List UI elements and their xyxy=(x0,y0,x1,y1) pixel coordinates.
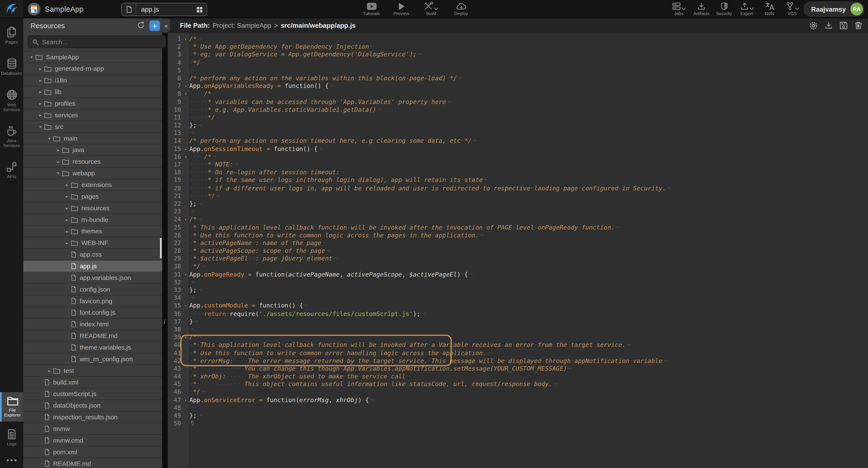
code-line-38[interactable]: 38¬ xyxy=(168,326,868,334)
tree-item-index.html[interactable]: index.html xyxy=(23,319,162,330)
fold-icon[interactable]: ▾ xyxy=(182,334,189,342)
caret-icon[interactable]: ▸ xyxy=(63,205,71,210)
tree-item-webapp[interactable]: ▾webapp xyxy=(23,168,162,179)
sidebar-item-apis[interactable]: APIs xyxy=(0,158,23,183)
code-line-19[interactable]: 19·····*·if·the·same·user·logs·in(throug… xyxy=(168,177,868,185)
topbar-build-button[interactable]: Build xyxy=(422,2,440,16)
tree-item-lib[interactable]: ▸lib xyxy=(23,87,162,98)
caret-icon[interactable]: ▸ xyxy=(63,182,71,188)
code-line-2[interactable]: 2·*·Use·App.getDependency·for·Dependency… xyxy=(168,43,868,51)
tree-item-app.css[interactable]: app.css xyxy=(23,249,162,261)
fold-icon[interactable]: ▾ xyxy=(182,396,189,404)
code-line-28[interactable]: 28·*·activePageScope:·scope·of·the·page¬ xyxy=(168,247,868,255)
tree-item-build.xml[interactable]: build.xml xyxy=(23,377,162,389)
fold-icon[interactable]: ▾ xyxy=(182,145,189,153)
code-line-37[interactable]: i37}¬ xyxy=(168,318,868,326)
code-line-12[interactable]: 12};¬ xyxy=(168,122,868,130)
code-line-13[interactable]: 13¬ xyxy=(168,130,868,137)
code-line-44[interactable]: 44·*·xhrObj:······The·xhrObject·used·to·… xyxy=(168,373,868,381)
caret-icon[interactable]: ▸ xyxy=(36,113,44,118)
caret-icon[interactable]: ▸ xyxy=(54,147,62,153)
tree-item-themes[interactable]: ▸themes xyxy=(23,226,162,237)
sidebar-item-pages[interactable]: Pages xyxy=(0,22,23,48)
code-line-48[interactable]: 48¬ xyxy=(168,404,868,412)
caret-icon[interactable]: ▸ xyxy=(54,159,62,164)
panel-collapse-button[interactable]: « xyxy=(162,19,170,32)
tree-item-src[interactable]: ▾src xyxy=(23,121,162,133)
code-editor[interactable]: 1▾/*¬2·*·Use·App.getDependency·for·Depen… xyxy=(162,33,868,468)
topbar-i18n-button[interactable]: I18N xyxy=(761,2,778,16)
tree-item-app.variables.json[interactable]: app.variables.json xyxy=(23,272,162,284)
open-file-tab[interactable]: app.js xyxy=(121,3,207,16)
code-line-40[interactable]: 40·*·This·application·level·callback·fun… xyxy=(168,342,868,349)
code-line-30[interactable]: 30·*/¬ xyxy=(168,263,868,271)
caret-icon[interactable]: ▸ xyxy=(63,194,71,199)
tree-item-mvnw[interactable]: mvnw xyxy=(23,423,162,435)
caret-icon[interactable]: ▸ xyxy=(45,368,53,373)
caret-icon[interactable]: ▾ xyxy=(45,136,53,141)
code-line-14[interactable]: 14/*·perform·any·action·on·session·timeo… xyxy=(168,137,868,145)
code-line-10[interactable]: 10·····*·e.g.·App.Variables.staticVariab… xyxy=(168,106,868,114)
sidebar-item-web-services[interactable]: Web Services xyxy=(0,85,23,116)
caret-icon[interactable]: ▸ xyxy=(36,78,44,83)
code-line-45[interactable]: 45·*·············This·object·contains·us… xyxy=(168,381,868,389)
fold-icon[interactable]: ▾ xyxy=(182,82,189,91)
caret-icon[interactable]: ▾ xyxy=(54,171,62,176)
code-line-24[interactable]: 24▾/*¬ xyxy=(168,216,868,224)
caret-icon[interactable]: ▾ xyxy=(36,124,44,129)
tree-item-rn-bundle[interactable]: ▸rn-bundle xyxy=(23,214,162,226)
tree-item-extensions[interactable]: ▸extensions xyxy=(23,179,162,191)
code-line-16[interactable]: 16▾····/*¬ xyxy=(168,153,868,161)
code-line-22[interactable]: 22};¬ xyxy=(168,200,868,208)
caret-icon[interactable]: ▸ xyxy=(36,89,44,95)
code-line-39[interactable]: 39▾/*¬ xyxy=(168,334,868,342)
code-line-47[interactable]: 47▾App.onServiceError·=·function(errorMs… xyxy=(168,396,868,404)
code-line-32[interactable]: 32¬ xyxy=(168,279,868,287)
code-line-31[interactable]: 31▾App.onPageReady·=·function(activePage… xyxy=(168,271,868,279)
code-line-46[interactable]: 46·*/¬ xyxy=(168,389,868,396)
fold-icon[interactable]: ▾ xyxy=(182,302,189,310)
tree-item-SampleApp[interactable]: ▾SampleApp xyxy=(23,52,162,63)
code-line-17[interactable]: 17·····*·NOTE:¬ xyxy=(168,161,868,169)
tree-item-mvnw.cmd[interactable]: mvnw.cmd xyxy=(23,435,162,446)
tree-item-generated-rn-app[interactable]: ▸generated-rn-app xyxy=(23,63,162,75)
code-line-20[interactable]: 20·····*·if·a·different·user·logs·in,·ap… xyxy=(168,185,868,192)
tree-item-inspection_results.json[interactable]: inspection_results.json xyxy=(23,412,162,423)
save-file-button[interactable] xyxy=(839,21,848,30)
code-line-25[interactable]: 25·*·This·application·level·callback·fun… xyxy=(168,224,868,232)
tree-item-customScript.js[interactable]: customScript.js xyxy=(23,389,162,400)
tree-item-config.json[interactable]: config.json xyxy=(23,284,162,295)
tree-item-app.js[interactable]: app.js xyxy=(23,261,162,272)
topbar-jobs-button[interactable]: Jobs xyxy=(670,2,688,16)
delete-file-button[interactable] xyxy=(854,21,863,30)
sidebar-item-databases[interactable]: Databases xyxy=(0,54,23,79)
tree-item-font.config.js[interactable]: font.config.js xyxy=(23,307,162,319)
tree-item-profiles[interactable]: ▸profiles xyxy=(23,98,162,109)
tree-item-resources[interactable]: ▸resources xyxy=(23,202,162,214)
code-line-26[interactable]: 26·*·Use·this·function·to·write·common·l… xyxy=(168,232,868,239)
caret-icon[interactable]: ▸ xyxy=(63,217,71,222)
caret-icon[interactable]: ▸ xyxy=(63,229,71,234)
caret-icon[interactable]: ▸ xyxy=(36,66,44,71)
topbar-tutorials-button[interactable]: Tutorials xyxy=(363,2,380,16)
code-line-11[interactable]: 11·····*/¬ xyxy=(168,114,868,122)
tree-item-wm_rn_config.json[interactable]: wm_rn_config.json xyxy=(23,354,162,365)
code-line-7[interactable]: 7▾App.onAppVariablesReady·=·function()·{… xyxy=(168,82,868,91)
tree-scrollbar[interactable] xyxy=(160,238,162,258)
code-line-5[interactable]: 5¬ xyxy=(168,67,868,74)
topbar-preview-button[interactable]: Preview xyxy=(393,2,410,16)
caret-icon[interactable]: ▾ xyxy=(28,55,36,60)
code-line-41[interactable]: 41·*·Use·this·function·to·write·common·e… xyxy=(168,349,868,357)
user-menu[interactable]: Raajvamsy RA xyxy=(804,2,864,17)
tree-item-pages[interactable]: ▸pages xyxy=(23,191,162,202)
code-line-4[interactable]: 4·*/¬ xyxy=(168,59,868,67)
tree-item-main[interactable]: ▾main xyxy=(23,133,162,144)
sidebar-item-java-services[interactable]: Java Services xyxy=(0,122,23,152)
search-input[interactable]: Search... xyxy=(28,35,166,48)
tree-item-test[interactable]: ▸test xyxy=(23,365,162,377)
topbar-deploy-button[interactable]: Deploy xyxy=(452,2,470,16)
tree-item-README.md[interactable]: README.md xyxy=(23,458,162,468)
download-file-button[interactable] xyxy=(824,21,833,30)
tree-item-resources[interactable]: ▸resources xyxy=(23,156,162,168)
code-line-21[interactable]: 21·····*/¬ xyxy=(168,192,868,200)
